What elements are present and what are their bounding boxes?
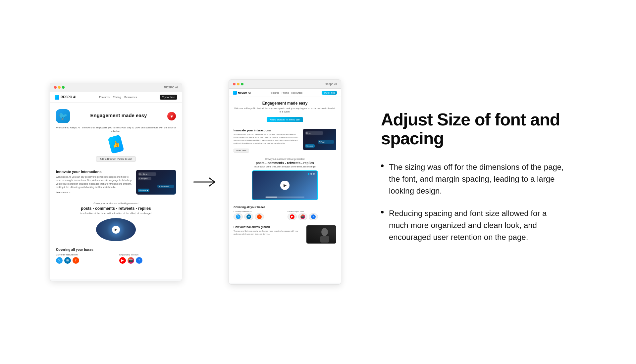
mock-nav-pricing-right: Pricing [282,92,289,94]
instagram-icon-right: 📷 [300,214,305,219]
facebook-icon-left: f [136,257,142,264]
screenshots-section: RESPO AI RESPO AI Features Pricing Resou… [50,79,341,285]
mock-play-btn-right: ▶ [280,181,290,190]
browser-dots-left [54,86,65,89]
mock-heart-icon-hero: ♥ [167,112,176,120]
mock-audience-main-left: posts - comments - retweets - replies [56,206,176,211]
reddit-icon-left: r [73,257,79,264]
mock-social-expanding-right: ▶ 📷 f [288,213,336,220]
mock-expanding-label-right: Expanding to soon [288,210,336,212]
bullet-list: The sizing was off for the dimensions of… [381,161,566,243]
linkedin-icon-right: in [246,214,251,219]
mock-video-scroll-bar [265,197,304,198]
mock-navbar-right: Respo AI Features Pricing Resources Try … [229,89,341,97]
mock-learn-more-left: Learn more → [56,191,132,194]
mock-audience-section-left: Grow your audience with AI generated pos… [50,199,182,245]
mock-audience-pre-left: Grow your audience with AI generated [56,202,176,205]
mock-chat-bubble-3-right: AI Reply [318,140,334,144]
mock-audience-sub-left: in a fraction of the time, with a fracti… [56,212,176,215]
mock-innovate-text-left: Innovate your interactions With Respo AI… [56,170,132,194]
mock-how-title-right: How our tool drives growth [234,225,303,229]
mock-hero-right: Engagement made easy Welcome to Respo AI… [229,97,341,126]
mock-nav-links-right: Features Pricing Resources [270,92,303,94]
mock-innovate-body-left: With Respo AI, you can say goodbye to ge… [56,175,132,189]
mock-innovate-section-left: Innovate your interactions With Respo AI… [50,166,182,199]
mock-nav-resources: Resources [124,96,137,99]
arrow-container [192,175,219,189]
mock-learn-more-btn-right: Learn More [234,149,249,153]
svg-point-1 [321,228,328,236]
linkedin-pill: in [244,213,253,220]
how-image-svg [306,225,336,244]
reddit-icon-right: r [257,214,262,219]
mock-featured-col-left: Currently featured on 𝕏 in r [56,253,113,264]
youtube-icon-left: ▶ [119,257,126,264]
browser-content-left: RESPO AI Features Pricing Resources Try … [50,92,182,279]
mock-chat-bubble-3: AI Generated [157,185,174,188]
mock-featured-col-right: Currently featured on 𝕏 in [234,210,282,220]
browser-toolbar-right: Respo AI [229,80,341,89]
mock-chat-btn-right: Generate [305,144,315,148]
browser-mockup-right: Respo AI Respo AI Features Pricing Resou… [229,79,341,285]
dot-yellow [58,86,61,89]
mock-featured-label-left: Currently featured on [56,253,113,256]
mock-expanding-label-left: Expanding to soon [119,253,176,256]
mock-logo-icon-left [55,95,59,100]
mock-social-expanding-left: ▶ 📷 f [119,257,176,264]
twitter-icon-left: 𝕏 [56,257,63,264]
mock-audience-sub-right: in a fraction of the time, with a fracti… [234,165,336,168]
mock-hero-subtitle-left: Welcome to Respo AI - the tool that empo… [56,126,176,133]
mock-hero-icons: 🐦 Engagement made easy ♥ [56,109,176,123]
mock-innovate-image-right: Hey... AI Reply Generate [303,129,336,150]
mock-featured-label-right: Currently featured on [234,210,282,212]
mock-how-body-right: To grow and thrive on social media, you … [234,230,303,236]
dot-green [62,86,65,89]
facebook-pill: f [309,213,318,220]
mock-chat-bubble-1: Hey this is... [138,172,156,176]
mock-cta-btn-nav-right: Try for free [322,91,337,95]
mock-featured-row-left: Currently featured on 𝕏 in r Expanding t… [56,253,176,264]
mock-how-text-right: How our tool drives growth To grow and t… [234,225,303,236]
bullet-text-1: The sizing was off for the dimensions of… [389,161,566,197]
bullet-dot-2 [381,211,384,213]
mock-cta-btn-left: Add to Browser, It's free to use! [96,156,135,162]
mock-featured-row-right: Currently featured on 𝕏 in [234,210,336,220]
mock-covering-title-right: Covering all your bases [234,205,336,209]
mock-video-dot-3 [313,173,315,175]
mock-chat-bubble-1-right: Hey... [305,131,323,135]
instagram-pill: 📷 [298,213,307,220]
mock-site-left: RESPO AI Features Pricing Resources Try … [50,92,182,279]
mock-video-dot-1 [308,173,309,175]
mock-logo-left: RESPO AI [55,95,76,100]
mock-audience-main-right: posts - comments - retweets - replies [234,161,336,165]
mock-innovate-body-right: With Respo AI, you can say goodbye to ge… [234,133,300,145]
dot-red [54,86,57,89]
mock-play-btn-left: ▶ [112,226,120,234]
mock-nav-links-left: Features Pricing Resources [99,96,137,99]
mock-chat-bubble-2: Great post! [138,177,151,180]
mock-twitter-icon-hero: 🐦 [56,109,70,123]
mock-innovate-image-left: Hey this is... Great post! AI Generated … [136,170,176,195]
mock-expanding-col-left: Expanding to soon ▶ 📷 f [119,253,176,264]
mock-hero-left: 🐦 Engagement made easy ♥ Welcome to Resp… [50,103,182,166]
browser-content-right: Respo AI Features Pricing Resources Try … [229,89,341,283]
mock-social-icons-right: 𝕏 in r [234,213,282,220]
mock-audience-section-right: Grow your audience with AI generated pos… [229,155,341,203]
dot-green-right [241,83,243,85]
mock-nav-features: Features [99,96,110,99]
mock-innovate-title-left: Innovate your interactions [56,170,132,174]
svg-rect-2 [320,236,329,243]
mock-logo-icon-right [233,91,237,95]
facebook-icon-right: f [311,214,316,219]
main-title: Adjust Size of font and spacing [381,110,566,148]
browser-mockup-left: RESPO AI RESPO AI Features Pricing Resou… [50,83,182,281]
mock-covering-section-left: Covering all your bases Currently featur… [50,245,182,267]
instagram-icon-left: 📷 [128,257,134,264]
youtube-pill: ▶ [288,213,297,220]
bullet-text-2: Reducing spacing and font size allowed f… [389,207,566,243]
bullet-item-1: The sizing was off for the dimensions of… [381,161,566,197]
reddit-pill: r [255,213,264,220]
mock-audience-pre-right: Grow your audience with AI generated [234,158,336,160]
mock-covering-title-left: Covering all your bases [56,248,176,251]
twitter-pill: 𝕏 [234,213,243,220]
